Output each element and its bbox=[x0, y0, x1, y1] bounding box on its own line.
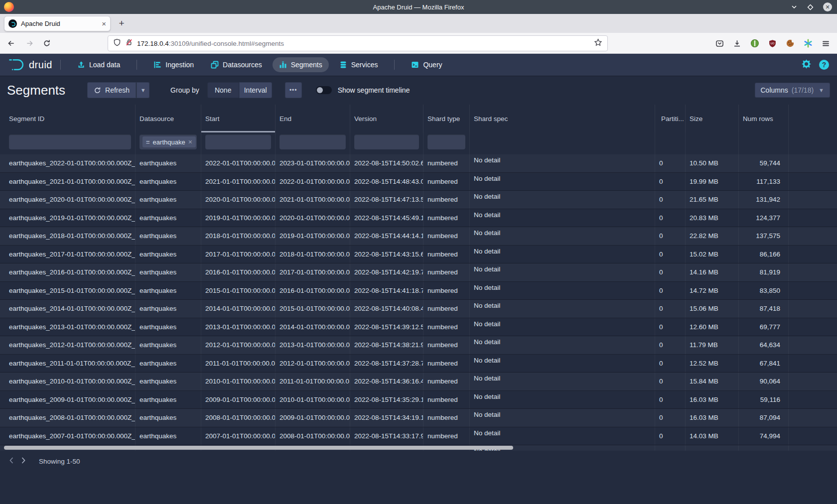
cell-version[interactable]: 2022-08-15T14:44:14.1... bbox=[350, 227, 423, 245]
cell-datasource[interactable]: earthquakes bbox=[136, 209, 201, 227]
cell-start[interactable]: 2007-01-01T00:00:00.0... bbox=[201, 427, 276, 445]
shard-type-filter-input[interactable] bbox=[427, 134, 465, 149]
cell-end[interactable]: 2019-01-01T00:00:00.0... bbox=[276, 227, 350, 245]
cell-size[interactable]: 20.83 MB bbox=[686, 209, 739, 227]
horizontal-scrollbar[interactable] bbox=[4, 446, 513, 450]
cell-shard-type[interactable]: numbered bbox=[423, 318, 470, 336]
cell-num-rows[interactable]: 86,166 bbox=[739, 246, 789, 263]
cell-end[interactable]: 2016-01-01T00:00:00.0... bbox=[276, 282, 350, 300]
column-header-id[interactable]: Segment ID bbox=[0, 105, 136, 132]
cell-version[interactable]: 2022-08-15T14:40:08.4... bbox=[350, 300, 423, 318]
cell-size[interactable]: 21.65 MB bbox=[686, 191, 739, 209]
cell-shard-spec[interactable]: No detail bbox=[470, 227, 655, 245]
tracking-shield-icon[interactable] bbox=[113, 38, 121, 48]
cell-version[interactable]: 2022-08-15T14:34:19.1... bbox=[350, 409, 423, 427]
cell-shard-type[interactable]: numbered bbox=[423, 336, 470, 354]
column-header-shard-type[interactable]: Shard type bbox=[423, 105, 470, 132]
druid-logo[interactable]: druid bbox=[8, 58, 52, 71]
cell-datasource[interactable]: earthquakes bbox=[136, 282, 201, 300]
cell-id[interactable]: earthquakes_2016-01-01T00:00:00.000Z_2..… bbox=[0, 263, 136, 281]
nav-item-query[interactable]: Query bbox=[405, 57, 448, 72]
cell-id[interactable]: earthquakes_2021-01-01T00:00:00.000Z_2..… bbox=[0, 173, 136, 191]
cell-shard-type[interactable]: numbered bbox=[423, 373, 470, 390]
datasource-filter-chip[interactable]: =earthquake× bbox=[142, 136, 196, 147]
cell-shard-type[interactable]: numbered bbox=[423, 191, 470, 209]
cell-partition[interactable]: 0 bbox=[655, 355, 686, 373]
cell-partition[interactable]: 0 bbox=[655, 263, 686, 281]
insecure-lock-icon[interactable] bbox=[125, 38, 133, 48]
cell-size[interactable]: 12.52 MB bbox=[686, 355, 739, 373]
reload-button[interactable] bbox=[43, 39, 51, 49]
group-by-interval-button[interactable]: Interval bbox=[239, 82, 272, 98]
cookie-extension-icon[interactable] bbox=[786, 39, 795, 50]
cell-num-rows[interactable]: 69,777 bbox=[739, 318, 789, 336]
cell-version[interactable]: 2022-08-15T14:48:43.0... bbox=[350, 173, 423, 191]
cell-num-rows[interactable]: 83,850 bbox=[739, 282, 789, 300]
cell-shard-spec[interactable]: No detail bbox=[470, 373, 655, 390]
cell-num-rows[interactable]: 81,919 bbox=[739, 263, 789, 281]
cell-end[interactable]: 2009-01-01T00:00:00.0... bbox=[276, 409, 350, 427]
cell-size[interactable]: 19.99 MB bbox=[686, 173, 739, 191]
cell-shard-type[interactable]: numbered bbox=[423, 391, 470, 409]
cell-datasource[interactable]: earthquakes bbox=[136, 263, 201, 281]
cell-num-rows[interactable]: 59,116 bbox=[739, 391, 789, 409]
cell-shard-spec[interactable]: No detail bbox=[470, 318, 655, 336]
cell-start[interactable]: 2020-01-01T00:00:00.0... bbox=[201, 191, 276, 209]
cell-version[interactable]: 2022-08-15T14:45:49.1... bbox=[350, 209, 423, 227]
cell-num-rows[interactable]: 131,942 bbox=[739, 191, 789, 209]
cell-partition[interactable]: 0 bbox=[655, 282, 686, 300]
cell-num-rows[interactable]: 74,994 bbox=[739, 427, 789, 445]
cell-shard-spec[interactable]: No detail bbox=[470, 282, 655, 300]
cell-num-rows[interactable]: 90,064 bbox=[739, 373, 789, 390]
version-filter-input[interactable] bbox=[354, 134, 419, 149]
cell-size[interactable]: 22.82 MB bbox=[686, 227, 739, 245]
cell-start[interactable]: 2018-01-01T00:00:00.0... bbox=[201, 227, 276, 245]
more-actions-button[interactable]: ••• bbox=[285, 82, 302, 98]
cell-id[interactable]: earthquakes_2008-01-01T00:00:00.000Z_2..… bbox=[0, 409, 136, 427]
cell-id[interactable]: earthquakes_2011-01-01T00:00:00.000Z_2..… bbox=[0, 355, 136, 373]
cell-start[interactable]: 2015-01-01T00:00:00.0... bbox=[201, 282, 276, 300]
cell-datasource[interactable]: earthquakes bbox=[136, 227, 201, 245]
cell-end[interactable]: 2020-01-01T00:00:00.0... bbox=[276, 209, 350, 227]
cell-start[interactable]: 2021-01-01T00:00:00.0... bbox=[201, 173, 276, 191]
cell-shard-spec[interactable]: No detail bbox=[470, 409, 655, 427]
cell-num-rows[interactable] bbox=[739, 445, 789, 451]
cell-shard-type[interactable]: numbered bbox=[423, 209, 470, 227]
cell-size[interactable]: 14.03 MB bbox=[686, 427, 739, 445]
tab-close-icon[interactable]: × bbox=[102, 20, 106, 27]
cell-id[interactable]: earthquakes_2009-01-01T00:00:00.000Z_2..… bbox=[0, 391, 136, 409]
next-page-button[interactable] bbox=[21, 457, 26, 466]
cell-id[interactable]: earthquakes_2014-01-01T00:00:00.000Z_2..… bbox=[0, 300, 136, 318]
cell-num-rows[interactable]: 64,634 bbox=[739, 336, 789, 354]
help-icon[interactable]: ? bbox=[819, 60, 829, 70]
cell-partition[interactable]: 0 bbox=[655, 209, 686, 227]
cell-partition[interactable]: 0 bbox=[655, 318, 686, 336]
cell-end[interactable]: 2017-01-01T00:00:00.0... bbox=[276, 263, 350, 281]
cell-shard-spec[interactable]: No detail bbox=[470, 355, 655, 373]
refresh-dropdown-caret[interactable]: ▼ bbox=[136, 82, 149, 98]
cell-partition[interactable]: 0 bbox=[655, 227, 686, 245]
cell-shard-type[interactable]: numbered bbox=[423, 427, 470, 445]
group-by-none-button[interactable]: None bbox=[207, 82, 239, 98]
cell-shard-type[interactable]: numbered bbox=[423, 355, 470, 373]
cell-size[interactable]: 16.03 MB bbox=[686, 391, 739, 409]
cell-end[interactable]: 2018-01-01T00:00:00.0... bbox=[276, 246, 350, 263]
cell-shard-spec[interactable]: No detail bbox=[470, 300, 655, 318]
cell-shard-spec[interactable]: No detail bbox=[470, 173, 655, 191]
cell-end[interactable]: 2023-01-01T00:00:00.0... bbox=[276, 154, 350, 172]
ublock-origin-extension-icon[interactable]: UO bbox=[768, 39, 777, 50]
column-header-num-rows[interactable]: Num rows bbox=[739, 105, 789, 132]
cell-datasource[interactable]: earthquakes bbox=[136, 300, 201, 318]
cell-shard-spec[interactable]: No detail bbox=[470, 154, 655, 172]
cell-datasource[interactable]: earthquakes bbox=[136, 336, 201, 354]
cell-version[interactable]: 2022-08-15T14:39:12.5... bbox=[350, 318, 423, 336]
window-maximize-button[interactable] bbox=[807, 3, 814, 11]
column-header-partition[interactable]: Partiti... bbox=[655, 105, 686, 132]
cell-version[interactable]: 2022-08-15T14:47:13.5... bbox=[350, 191, 423, 209]
url-bar[interactable]: 172.18.0.4:30109/unified-console.html#se… bbox=[108, 35, 608, 51]
cell-shard-spec[interactable]: No detail bbox=[470, 246, 655, 263]
cell-datasource[interactable]: earthquakes bbox=[136, 373, 201, 390]
cell-shard-spec[interactable]: No detail bbox=[470, 391, 655, 409]
segment-timeline-toggle[interactable] bbox=[316, 86, 332, 94]
cell-start[interactable]: 2014-01-01T00:00:00.0... bbox=[201, 300, 276, 318]
